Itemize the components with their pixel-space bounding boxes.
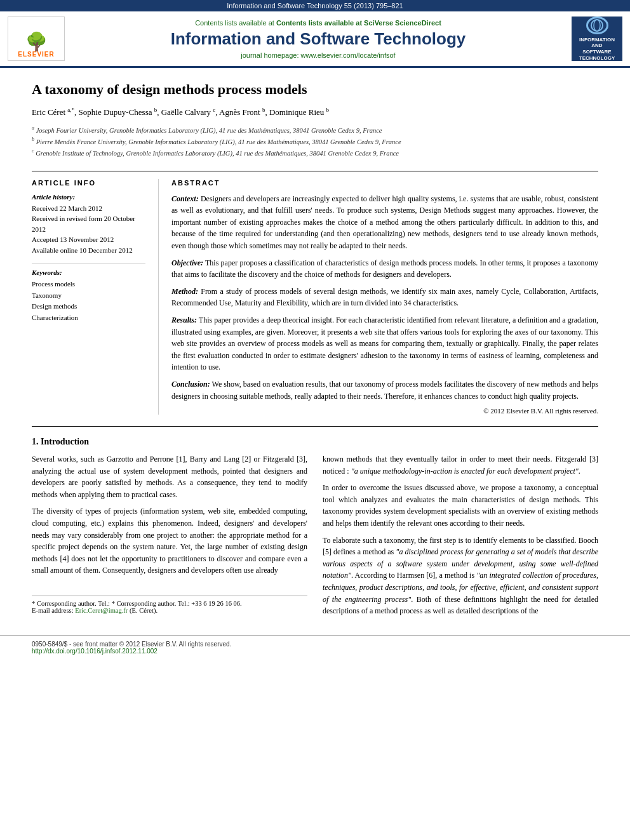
- main-content: A taxonomy of design methods process mod…: [0, 68, 630, 635]
- elsevier-name: ELSEVIER: [18, 51, 54, 58]
- method-text: From a study of process models of severa…: [171, 287, 598, 308]
- footer-issn: 0950-5849/$ - see front matter © 2012 El…: [32, 641, 598, 648]
- authors: Eric Céret a,*, Sophie Dupuy-Chessa b, G…: [32, 105, 598, 119]
- author-list: Eric Céret a,*, Sophie Dupuy-Chessa b, G…: [32, 107, 329, 117]
- intro-para-5: To elaborate such a taxonomy, the first …: [323, 535, 598, 617]
- ist-label: INFORMATIONANDSOFTWARETECHNOLOGY: [579, 37, 615, 61]
- abstract-context: Context: Designers and developers are in…: [171, 193, 598, 252]
- svg-point-0: [591, 20, 603, 31]
- keyword-2: Taxonomy: [32, 290, 145, 302]
- context-label: Context:: [171, 194, 199, 203]
- intro-section-title: Introduction: [41, 437, 89, 446]
- keyword-4: Characterization: [32, 312, 145, 324]
- abstract-panel: ABSTRACT Context: Designers and develope…: [159, 179, 598, 415]
- available-online-date: Available online 10 December 2012: [32, 245, 145, 256]
- journal-citation: Information and Software Technology 55 (…: [227, 2, 403, 10]
- ist-logo: INFORMATIONANDSOFTWARETECHNOLOGY: [572, 17, 622, 61]
- fitzgerald-quote: "a unique methodology-in-action is enact…: [351, 467, 579, 476]
- journal-title: Information and Software Technology: [71, 29, 565, 49]
- email-link[interactable]: Eric.Ceret@imag.fr: [75, 607, 128, 614]
- intro-columns: Several works, such as Garzotto and Perr…: [32, 453, 598, 622]
- journal-bar: Information and Software Technology 55 (…: [0, 0, 630, 11]
- objective-text: This paper proposes a classification of …: [171, 258, 598, 279]
- affiliation-c: c Grenoble Institute of Technology, Gren…: [32, 147, 598, 159]
- abstract-objective: Objective: This paper proposes a classif…: [171, 257, 598, 281]
- copyright-notice: © 2012 Elsevier B.V. All rights reserved…: [171, 407, 598, 415]
- article-title: A taxonomy of design methods process mod…: [32, 81, 598, 99]
- intro-para-4: In order to overcome the issues discusse…: [323, 482, 598, 529]
- article-history-label: Article history:: [32, 193, 145, 201]
- accepted-date: Accepted 13 November 2012: [32, 234, 145, 245]
- objective-label: Objective:: [171, 258, 203, 267]
- page-footer: 0950-5849/$ - see front matter © 2012 El…: [0, 635, 630, 660]
- abstract-conclusion: Conclusion: We show, based on evaluation…: [171, 378, 598, 402]
- intro-para-2: The diversity of types of projects (info…: [32, 505, 307, 577]
- elsevier-tree-icon: 🌳: [25, 33, 48, 51]
- received-revised-date: Received in revised form 20 October 2012: [32, 213, 145, 234]
- abstract-heading: ABSTRACT: [171, 179, 598, 187]
- abstract-method: Method: From a study of process models o…: [171, 286, 598, 309]
- doi-link[interactable]: http://dx.doi.org/10.1016/j.infsof.2012.…: [32, 648, 158, 655]
- footnote-corresponding: * Corresponding author. Tel.: * Correspo…: [32, 600, 307, 607]
- keyword-1: Process models: [32, 279, 145, 290]
- harmsen-quote: "an integrated collection of procedures,…: [323, 571, 598, 603]
- journal-center-info: Contents lists available at Contents lis…: [71, 19, 565, 59]
- footnote-area: * Corresponding author. Tel.: * Correspo…: [32, 596, 307, 614]
- intro-para-1: Several works, such as Garzotto and Perr…: [32, 453, 307, 500]
- intro-right-col: known methods that they eventually tailo…: [323, 453, 598, 622]
- svg-point-1: [594, 20, 600, 31]
- received-date: Received 22 March 2012: [32, 203, 145, 214]
- intro-section-number: 1.: [32, 437, 39, 446]
- homepage-link: journal homepage: www.elsevier.com/locat…: [71, 51, 565, 59]
- journal-header: 🌳 ELSEVIER Contents lists available at C…: [0, 11, 630, 68]
- affiliation-a: a Joseph Fourier University, Grenoble In…: [32, 124, 598, 136]
- affiliations: a Joseph Fourier University, Grenoble In…: [32, 124, 598, 159]
- intro-left-col: Several works, such as Garzotto and Perr…: [32, 453, 307, 622]
- keywords-label: Keywords:: [32, 263, 145, 276]
- affiliation-b: b Pierre Mendès France University, Greno…: [32, 136, 598, 147]
- both-text: Both: [417, 595, 431, 604]
- conclusion-text: We show, based on evaluation results, th…: [171, 380, 598, 401]
- conclusion-label: Conclusion:: [171, 380, 210, 389]
- article-info-heading: ARTICLE INFO: [32, 179, 145, 187]
- footer-doi: http://dx.doi.org/10.1016/j.infsof.2012.…: [32, 648, 598, 655]
- article-info-row: ARTICLE INFO Article history: Received 2…: [32, 171, 598, 415]
- method-label: Method:: [171, 287, 198, 296]
- context-text: Designers and developers are increasingl…: [171, 194, 598, 250]
- results-label: Results:: [171, 316, 197, 324]
- sciverse-link: Contents lists available at Contents lis…: [71, 19, 565, 27]
- section-divider: [32, 426, 598, 427]
- ist-circle-icon: [586, 17, 608, 34]
- keyword-3: Design methods: [32, 301, 145, 312]
- article-info-panel: ARTICLE INFO Article history: Received 2…: [32, 179, 159, 415]
- abstract-results: Results: This paper provides a deep theo…: [171, 314, 598, 373]
- results-text: This paper provides a deep theorical ins…: [171, 316, 598, 371]
- email-suffix: (E. Céret).: [130, 607, 158, 614]
- elsevier-logo: 🌳 ELSEVIER: [8, 17, 65, 61]
- email-label: E-mail address:: [32, 607, 75, 614]
- sciverse-text: Contents lists available at SciVerse Sci…: [276, 19, 441, 27]
- intro-para-3: known methods that they eventually tailo…: [323, 453, 598, 477]
- footnote-email: E-mail address: Eric.Ceret@imag.fr (E. C…: [32, 607, 307, 614]
- intro-heading: 1. Introduction: [32, 437, 598, 447]
